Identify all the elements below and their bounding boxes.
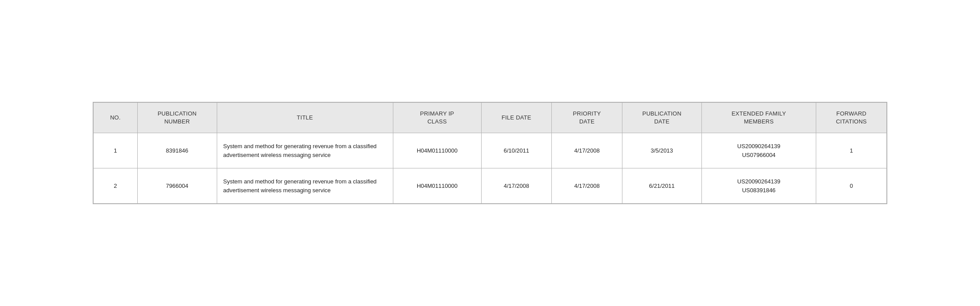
cell-publication-date: 3/5/2013 [622, 133, 701, 168]
cell-primary-ip-class: H04M01110000 [393, 168, 481, 204]
table-header-row: NO. PUBLICATIONNUMBER TITLE PRIMARY IPCL… [94, 102, 887, 133]
col-header-file-date: FILE DATE [481, 102, 552, 133]
cell-publication-number: 8391846 [137, 133, 217, 168]
cell-file-date: 6/10/2011 [481, 133, 552, 168]
cell-forward-citations: 1 [816, 133, 887, 168]
cell-primary-ip-class: H04M01110000 [393, 133, 481, 168]
col-header-no: NO. [94, 102, 138, 133]
cell-file-date: 4/17/2008 [481, 168, 552, 204]
cell-forward-citations: 0 [816, 168, 887, 204]
col-header-primary-ip-class: PRIMARY IPCLASS [393, 102, 481, 133]
cell-extended-family: US20090264139US08391846 [701, 168, 816, 204]
col-header-title: TITLE [217, 102, 393, 133]
cell-title: System and method for generating revenue… [217, 168, 393, 204]
cell-title: System and method for generating revenue… [217, 133, 393, 168]
cell-publication-date: 6/21/2011 [622, 168, 701, 204]
patent-table-wrapper: NO. PUBLICATIONNUMBER TITLE PRIMARY IPCL… [93, 102, 887, 204]
cell-extended-family: US20090264139US07966004 [701, 133, 816, 168]
table-row: 27966004System and method for generating… [94, 168, 887, 204]
cell-publication-number: 7966004 [137, 168, 217, 204]
cell-no: 2 [94, 168, 138, 204]
cell-no: 1 [94, 133, 138, 168]
col-header-publication-date: PUBLICATIONDATE [622, 102, 701, 133]
col-header-publication-number: PUBLICATIONNUMBER [137, 102, 217, 133]
table-row: 18391846System and method for generating… [94, 133, 887, 168]
col-header-priority-date: PRIORITYDATE [552, 102, 622, 133]
patent-table: NO. PUBLICATIONNUMBER TITLE PRIMARY IPCL… [93, 102, 887, 204]
col-header-extended-family: EXTENDED FAMILYMEMBERS [701, 102, 816, 133]
col-header-forward-citations: FORWARDCITATIONS [816, 102, 887, 133]
cell-priority-date: 4/17/2008 [552, 168, 622, 204]
cell-priority-date: 4/17/2008 [552, 133, 622, 168]
